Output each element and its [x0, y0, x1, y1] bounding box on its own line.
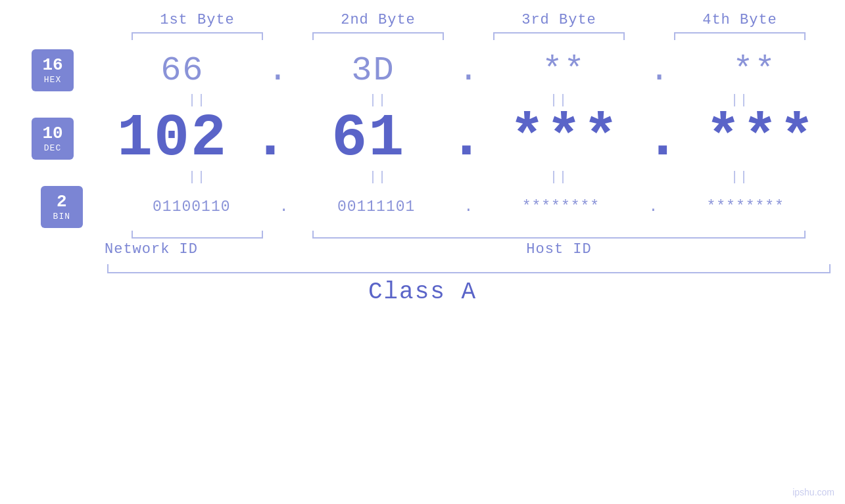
- full-bracket-line: [107, 264, 831, 273]
- hex-byte-3: **: [473, 51, 654, 90]
- bracket-4: [650, 32, 831, 44]
- class-row: Class A: [0, 279, 845, 306]
- main-container: 1st Byte 2nd Byte 3rd Byte 4th Byte 16 H…: [0, 0, 845, 504]
- dec-dot-3: .: [645, 109, 681, 168]
- byte-header-3: 3rd Byte: [469, 12, 650, 28]
- bracket-3: [469, 32, 650, 44]
- hex-row: 16 HEX 66 . 3D . ** . **: [0, 49, 845, 91]
- byte-headers-row: 1st Byte 2nd Byte 3rd Byte 4th Byte: [0, 0, 845, 28]
- hex-badge-label: HEX: [44, 75, 61, 85]
- bin-byte-3: ********: [470, 198, 651, 216]
- bottom-labels-row: Network ID Host ID: [0, 241, 845, 258]
- network-bracket: [107, 231, 288, 239]
- watermark: ipshu.com: [792, 487, 834, 497]
- dec-byte-4: ***: [677, 109, 845, 168]
- bracket-1: [107, 32, 288, 44]
- dec-badge-label: DEC: [44, 143, 61, 153]
- bracket-2: [288, 32, 469, 44]
- hex-byte-1: 66: [92, 51, 273, 90]
- bottom-brackets-row: [0, 231, 845, 239]
- class-label: Class A: [368, 279, 477, 306]
- hex-badge-number: 16: [42, 56, 62, 75]
- top-brackets-row: [0, 32, 845, 44]
- dec-byte-3: ***: [480, 109, 648, 168]
- full-bracket-row: [0, 264, 845, 273]
- bin-badge-number: 2: [57, 193, 67, 212]
- byte-header-1: 1st Byte: [107, 12, 288, 28]
- bin-byte-1: 01100110: [101, 198, 282, 216]
- dec-byte-1: 102: [88, 109, 256, 168]
- host-bracket: [288, 231, 831, 239]
- bin-byte-2: 00111101: [286, 198, 467, 216]
- dec-dot-1: .: [253, 109, 288, 168]
- hex-byte-2: 3D: [283, 51, 464, 90]
- bin-badge-label: BIN: [53, 212, 70, 221]
- host-id-label: Host ID: [288, 241, 831, 258]
- bin-row: 2 BIN 01100110 . 00111101 . ******** . *…: [0, 186, 845, 228]
- byte-header-2: 2nd Byte: [288, 12, 469, 28]
- bin-badge: 2 BIN: [41, 186, 83, 228]
- hex-badge: 16 HEX: [32, 49, 74, 91]
- dec-badge: 10 DEC: [32, 118, 74, 160]
- bin-badge-col: 2 BIN: [9, 186, 101, 228]
- hex-badge-col: 16 HEX: [0, 49, 92, 91]
- dec-badge-col: 10 DEC: [0, 118, 88, 160]
- network-id-label: Network ID: [15, 241, 288, 258]
- byte-header-4: 4th Byte: [650, 12, 831, 28]
- dec-badge-number: 10: [42, 124, 62, 143]
- dec-row: 10 DEC 102 . 61 . *** . ***: [0, 109, 845, 168]
- dec-byte-2: 61: [284, 109, 452, 168]
- hex-byte-4: **: [664, 51, 845, 90]
- dec-dot-2: .: [448, 109, 484, 168]
- bin-byte-4: ********: [655, 198, 836, 216]
